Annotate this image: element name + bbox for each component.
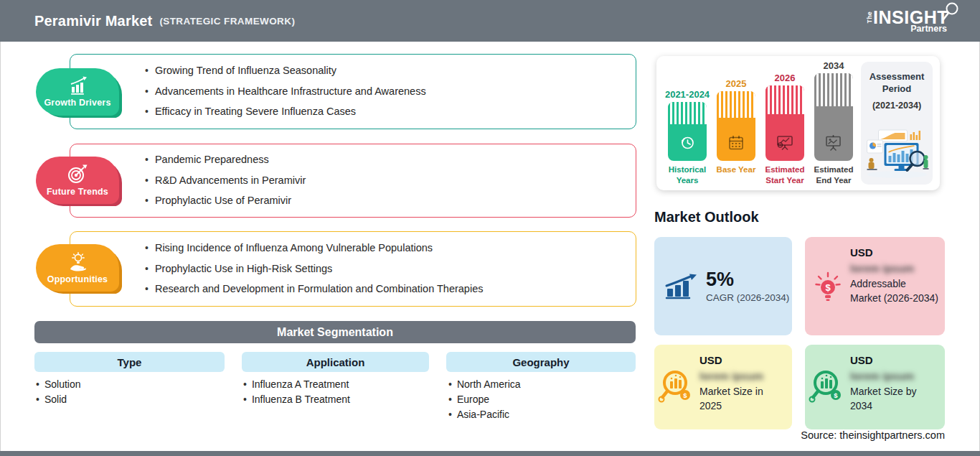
currency-label: USD (699, 354, 786, 366)
list-item: Rising Incidence of Influenza Among Vuln… (145, 242, 624, 254)
list-item: Efficacy in Treating Severe Influenza Ca… (145, 106, 624, 118)
growth-drivers-list: Growing Trend of Influenza Seasonality A… (70, 55, 636, 129)
blurred-value: lorem ipsum (850, 370, 939, 382)
growth-chart-icon (67, 76, 88, 96)
blurred-value: lorem ipsum (850, 262, 939, 274)
segment-column-header-geography: Geography (446, 352, 636, 372)
badge-label: Future Trends (47, 187, 108, 197)
bar-year-label: 2034 (824, 60, 844, 71)
bar-caption: Estimated Start Year (759, 164, 811, 186)
type-list: Solution Solid (36, 377, 81, 407)
bar-shape (668, 102, 707, 161)
svg-text:$: $ (683, 391, 687, 399)
bar-caption: Historical Years (661, 164, 713, 186)
timeline-bar-historical: 2021-2024 Historical Years (668, 60, 707, 186)
presentation-board-icon (824, 134, 844, 152)
cagr-card: 5% CAGR (2026-2034) (654, 237, 792, 335)
segment-column-header-type: Type (34, 352, 225, 372)
list-item: Influenza B Treatment (243, 392, 350, 407)
history-clock-icon (678, 134, 697, 152)
market-segmentation-header: Market Segmentation (34, 321, 636, 343)
bar-shape (765, 85, 804, 161)
future-trends-badge: Future Trends (36, 157, 119, 204)
list-item: R&D Advancements in Peramivir (145, 175, 624, 187)
addressable-market-card: $ USD lorem ipsum Addressable Market (20… (805, 237, 945, 335)
bar-caption: Base Year (710, 164, 762, 186)
growth-drivers-box: Growing Trend of Influenza Seasonality A… (70, 54, 636, 129)
header-bar: Peramivir Market (STRATEGIC FRAMEWORK) T… (0, 0, 980, 42)
cagr-text-block: 5% CAGR (2026-2034) (706, 269, 789, 304)
list-item: Research and Development in Formulation … (145, 283, 624, 295)
card-text-block: USD lorem ipsum Market Size in 2025 (699, 354, 786, 413)
bar-shape (814, 73, 853, 161)
card-text-block: USD lorem ipsum Market Size by 2034 (850, 354, 939, 413)
bar-year-label: 2026 (775, 73, 796, 83)
timeline-bar-start: 2026 Estimated Start Ye (765, 60, 804, 186)
bar-year-label: 2021-2024 (665, 89, 710, 100)
idea-hand-icon (67, 252, 89, 272)
magnifier-chart-icon: $ (658, 368, 694, 405)
list-item: Europe (448, 392, 521, 407)
svg-text:$: $ (825, 282, 831, 293)
assessment-timeline-card: 2021-2024 Historical Years 2025 (656, 56, 940, 190)
assessment-period-panel: Assessment Period (2021-2034) (861, 62, 933, 185)
future-trends-list: Pandemic Preparedness R&D Advancements i… (70, 144, 636, 217)
calendar-icon (727, 134, 745, 152)
cagr-value: 5% (706, 269, 789, 291)
future-trends-box: Pandemic Preparedness R&D Advancements i… (70, 144, 636, 218)
list-item: Prophylactic Use of Peramivir (145, 195, 624, 207)
svg-text:$: $ (834, 391, 838, 399)
application-list: Influenza A Treatment Influenza B Treatm… (243, 377, 350, 407)
analysis-illustration (863, 129, 931, 180)
market-size-2034-card: $ USD lorem ipsum Market Size by 2034 (805, 345, 945, 429)
timeline-bar-base: 2025 Base (717, 60, 755, 186)
card-caption: Market Size in 2025 (699, 385, 786, 413)
card-caption: Market Size by 2034 (850, 385, 939, 413)
logo-the-text: The (867, 11, 874, 24)
footer-bar (0, 451, 980, 456)
list-item: Influenza A Treatment (243, 377, 350, 392)
source-attribution: Source: theinsightpartners.com (801, 429, 945, 441)
page-title: Peramivir Market (34, 13, 152, 29)
assessment-period-title: Assessment Period (867, 71, 926, 96)
presentation-gear-icon (775, 134, 795, 152)
list-item: Asia-Pacific (448, 407, 521, 422)
list-item: Pandemic Preparedness (145, 154, 624, 166)
list-item: Solution (36, 377, 81, 392)
timeline-bars: 2021-2024 Historical Years 2025 (668, 60, 853, 186)
market-outlook-title: Market Outlook (654, 209, 759, 225)
badge-label: Growth Drivers (44, 98, 110, 108)
segment-column-header-application: Application (242, 352, 429, 372)
opportunities-list: Rising Incidence of Influenza Among Vuln… (70, 232, 636, 306)
bulb-dollar-icon: $ (813, 269, 843, 303)
market-size-2025-card: $ USD lorem ipsum Market Size in 2025 (654, 345, 792, 429)
magnifier-chart-icon: $ (809, 368, 844, 405)
bar-shape (717, 91, 755, 161)
target-icon (67, 164, 88, 185)
timeline-bar-end: 2034 Estimated End Year (814, 60, 853, 186)
currency-label: USD (850, 354, 939, 366)
opportunities-badge: Opportunities (36, 244, 119, 292)
magnifier-icon (941, 2, 960, 24)
cagr-label: CAGR (2026-2034) (706, 292, 789, 303)
list-item: Prophylactic Use in High-Risk Settings (145, 263, 624, 275)
page-subtitle: (STRATEGIC FRAMEWORK) (159, 16, 295, 27)
infographic-page: Peramivir Market (STRATEGIC FRAMEWORK) T… (0, 0, 980, 456)
bar-year-label: 2025 (726, 78, 747, 89)
currency-label: USD (850, 246, 939, 259)
badge-label: Opportunities (47, 274, 108, 284)
card-caption: Addressable Market (2026-2034) (850, 277, 939, 305)
card-text-block: USD lorem ipsum Addressable Market (2026… (850, 246, 939, 305)
cagr-chart-icon (665, 274, 698, 299)
list-item: Solid (36, 392, 81, 407)
bar-caption: Estimated End Year (808, 164, 859, 186)
growth-drivers-badge: Growth Drivers (36, 68, 119, 116)
opportunities-box: Rising Incidence of Influenza Among Vuln… (70, 231, 636, 307)
list-item: Growing Trend of Influenza Seasonality (145, 65, 624, 77)
list-item: Advancements in Healthcare Infrastructur… (145, 85, 624, 98)
list-item: North America (448, 377, 521, 392)
geography-list: North America Europe Asia-Pacific (448, 377, 521, 422)
company-logo: The INSIGHT Partners (864, 9, 958, 34)
blurred-value: lorem ipsum (699, 370, 786, 382)
assessment-period-range: (2021-2034) (861, 101, 933, 111)
